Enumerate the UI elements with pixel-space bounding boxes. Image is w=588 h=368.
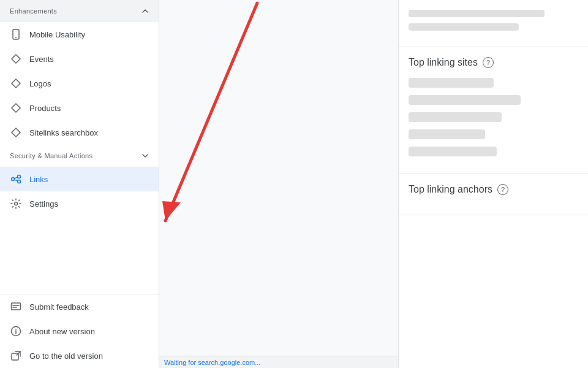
top-linking-anchors-title: Top linking anchors ?: [409, 184, 578, 195]
sidebar-item-label: About new version: [29, 327, 95, 336]
svg-point-3: [18, 175, 21, 178]
svg-rect-8: [12, 303, 21, 310]
security-section-header[interactable]: Security & Manual Actions: [0, 145, 159, 167]
diamond-icon-products: [10, 102, 22, 114]
status-text: Waiting for search.google.com...: [164, 359, 260, 366]
blur-row: [409, 10, 545, 17]
sidebar-item-products[interactable]: Products: [0, 96, 159, 120]
sidebar-item-sitelinks-searchbox[interactable]: Sitelinks searchbox: [0, 120, 159, 145]
top-linking-anchors-section: Top linking anchors ?: [399, 174, 588, 215]
diamond-icon-sitelinks: [10, 126, 22, 139]
svg-line-11: [165, 3, 257, 221]
chevron-down-icon: [141, 152, 149, 159]
svg-line-5: [14, 177, 18, 178]
sidebar-item-about-new-version[interactable]: About new version: [0, 319, 159, 343]
sidebar-item-label: Go to the old version: [29, 351, 103, 361]
sidebar-item-old-version[interactable]: Go to the old version: [0, 343, 159, 368]
svg-point-7: [15, 202, 18, 205]
right-panel: Top linking sites ? Top linking anchors …: [398, 0, 588, 368]
info-circle-icon: [10, 325, 22, 337]
svg-point-1: [15, 37, 17, 38]
linking-site-row: [409, 95, 521, 105]
sidebar-item-events[interactable]: Events: [0, 47, 159, 71]
svg-line-6: [14, 180, 18, 181]
top-linking-anchors-label: Top linking anchors: [409, 184, 492, 195]
sidebar-item-submit-feedback[interactable]: Submit feedback: [0, 294, 159, 319]
sidebar-item-links[interactable]: Links: [0, 167, 159, 191]
enhancements-section-header[interactable]: Enhancements: [0, 0, 159, 22]
chevron-up-icon: [141, 7, 149, 15]
svg-point-4: [18, 180, 21, 183]
mobile-icon: [10, 28, 22, 40]
top-linking-sites-section: Top linking sites ?: [399, 47, 588, 174]
sidebar-item-label: Settings: [29, 199, 58, 209]
feedback-icon: [10, 301, 22, 313]
info-icon-2[interactable]: ?: [497, 184, 508, 195]
sidebar-item-mobile-usability[interactable]: Mobile Usability: [0, 22, 159, 47]
diamond-icon-events: [10, 53, 22, 65]
sidebar-item-label: Sitelinks searchbox: [29, 128, 98, 137]
sidebar-item-label: Mobile Usability: [29, 30, 85, 39]
sidebar-item-settings[interactable]: Settings: [0, 191, 159, 216]
svg-point-2: [12, 178, 15, 181]
top-linking-sites-label: Top linking sites: [409, 57, 478, 68]
blur-row: [409, 23, 519, 31]
sidebar-item-label: Submit feedback: [29, 302, 89, 312]
diamond-icon-logos: [10, 77, 22, 90]
settings-icon: [10, 197, 22, 210]
sidebar-item-label: Logos: [29, 79, 51, 88]
security-label: Security & Manual Actions: [10, 152, 92, 159]
links-icon: [10, 173, 22, 185]
sidebar-item-logos[interactable]: Logos: [0, 71, 159, 96]
enhancements-label: Enhancements: [10, 7, 57, 15]
sidebar-item-label: Events: [29, 55, 54, 64]
top-blur-section: [399, 0, 588, 47]
sidebar-bottom: Submit feedback About new version Go: [0, 294, 159, 368]
top-linking-sites-title: Top linking sites ?: [409, 57, 578, 68]
linking-site-row: [409, 147, 497, 156]
linking-site-row: [409, 129, 485, 139]
svg-marker-12: [162, 201, 181, 221]
linking-site-row: [409, 112, 502, 122]
main-content: Waiting for search.google.com...: [159, 0, 398, 368]
status-bar: Waiting for search.google.com...: [159, 356, 398, 368]
sidebar: Enhancements Mobile Usability Events: [0, 0, 159, 368]
external-link-icon: [10, 350, 22, 362]
linking-site-row: [409, 78, 494, 88]
info-icon[interactable]: ?: [483, 57, 494, 68]
sidebar-item-label: Links: [29, 175, 48, 184]
sidebar-item-label: Products: [29, 104, 61, 113]
annotation-arrow: [159, 0, 398, 368]
